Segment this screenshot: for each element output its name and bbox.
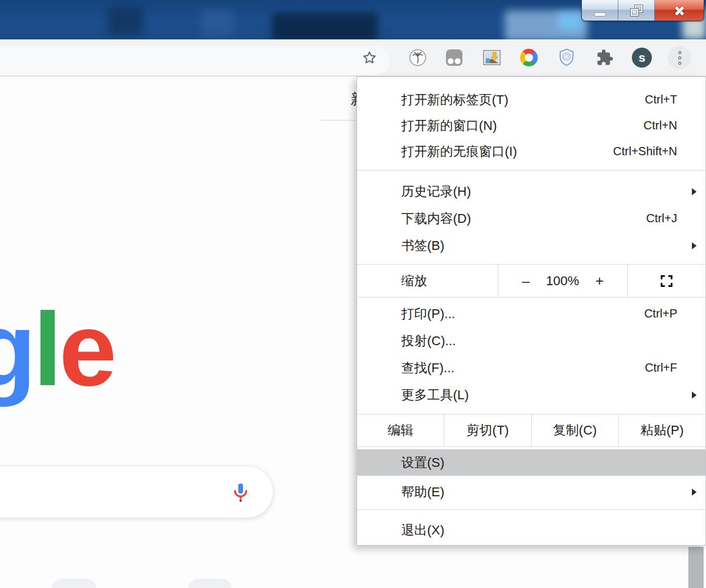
- menu-item-shortcut: Ctrl+Shift+N: [613, 145, 677, 158]
- logo-letter-g: g: [0, 292, 34, 407]
- menu-zoom-row: 缩放 – 100% +: [357, 265, 705, 297]
- menu-item-new-tab[interactable]: 打开新的标签页(T) Ctrl+T: [357, 86, 705, 113]
- bookmark-star-button[interactable]: [362, 50, 378, 66]
- menu-separator: [357, 446, 705, 447]
- menu-item-label: 书签(B): [401, 237, 677, 255]
- menu-item-label: 打开新的无痕窗口(I): [401, 143, 613, 161]
- menu-item-cast[interactable]: 投射(C)...: [357, 328, 705, 354]
- extension-color-ring-button[interactable]: [520, 49, 538, 66]
- page-text-fragment: 新: [351, 89, 357, 107]
- image-download-icon: [483, 50, 501, 65]
- menu-item-history[interactable]: 历史记录(H): [357, 178, 705, 205]
- logo-letter-e: e: [59, 292, 114, 407]
- close-button[interactable]: [655, 0, 704, 21]
- cut-button[interactable]: 剪切(T): [444, 415, 531, 446]
- extension-monkey-button[interactable]: [446, 49, 462, 66]
- menu-item-label: 打开新的窗口(N): [401, 117, 644, 135]
- menu-item-print[interactable]: 打印(P)... Ctrl+P: [357, 300, 705, 327]
- restore-button[interactable]: [618, 0, 655, 21]
- menu-item-label: 帮助(E): [401, 483, 677, 501]
- menu-item-label: 设置(S): [401, 454, 677, 472]
- menu-item-shortcut: Ctrl+N: [644, 119, 677, 132]
- menu-item-bookmarks[interactable]: 书签(B): [357, 232, 705, 259]
- page-scrollbar-track: [704, 547, 706, 588]
- menu-item-help[interactable]: 帮助(E): [357, 479, 705, 505]
- menu-separator: [357, 297, 705, 298]
- paste-button[interactable]: 粘贴(P): [618, 415, 705, 446]
- submenu-arrow-icon: [692, 489, 697, 496]
- fullscreen-icon: [661, 275, 672, 287]
- minimize-icon: [595, 13, 605, 16]
- monkey-icon: [446, 49, 462, 66]
- chrome-menu: 打开新的标签页(T) Ctrl+T 打开新的窗口(N) Ctrl+N 打开新的无…: [357, 76, 706, 546]
- menu-item-shortcut: Ctrl+T: [645, 93, 677, 106]
- close-icon: [674, 5, 685, 16]
- palm-badge-icon: [408, 48, 427, 67]
- edit-label: 编辑: [357, 415, 444, 446]
- color-ring-icon: [520, 49, 538, 66]
- zoom-level: 100%: [546, 273, 579, 289]
- google-search-button-partial[interactable]: [52, 579, 96, 588]
- menu-item-more-tools[interactable]: 更多工具(L): [357, 382, 705, 408]
- menu-item-new-window[interactable]: 打开新的窗口(N) Ctrl+N: [357, 112, 705, 139]
- avatar: s: [632, 48, 652, 68]
- profile-avatar-button[interactable]: s: [632, 48, 652, 68]
- voice-search-button[interactable]: [230, 481, 251, 507]
- menu-item-shortcut: Ctrl+J: [646, 212, 677, 225]
- extensions-menu-button[interactable]: [596, 49, 614, 66]
- submenu-arrow-icon: [692, 392, 697, 399]
- browser-toolbar: s: [0, 39, 706, 76]
- kebab-menu-icon: [668, 46, 691, 69]
- menu-separator: [357, 509, 705, 510]
- menu-item-label: 打开新的标签页(T): [401, 91, 645, 109]
- feeling-lucky-button-partial[interactable]: [188, 579, 232, 588]
- microphone-icon: [230, 481, 251, 505]
- menu-item-downloads[interactable]: 下载内容(D) Ctrl+J: [357, 205, 705, 232]
- wallpaper-blur: [201, 9, 234, 36]
- zoom-label: 缩放: [357, 265, 498, 297]
- extension-palm-button[interactable]: [408, 48, 427, 67]
- submenu-arrow-icon: [692, 188, 697, 195]
- page-divider-fragment: [321, 120, 357, 121]
- page-scrollbar-thumb[interactable]: [688, 547, 704, 588]
- menu-item-label: 查找(F)...: [401, 359, 645, 377]
- menu-item-label: 退出(X): [401, 522, 677, 539]
- menu-item-label: 打印(P)...: [401, 305, 644, 323]
- browser-menu-button[interactable]: [668, 46, 691, 69]
- menu-item-exit[interactable]: 退出(X): [357, 517, 705, 543]
- menu-item-find[interactable]: 查找(F)... Ctrl+F: [357, 355, 705, 381]
- restore-icon: [631, 5, 642, 16]
- wallpaper-blur: [272, 13, 378, 39]
- menu-item-shortcut: Ctrl+P: [644, 307, 677, 320]
- extension-image-downloader-button[interactable]: [483, 50, 501, 65]
- window-controls: [581, 0, 704, 21]
- menu-item-label: 投射(C)...: [401, 332, 677, 350]
- zoom-in-button[interactable]: +: [595, 273, 604, 289]
- zoom-out-button[interactable]: –: [522, 273, 530, 289]
- wallpaper-blur: [558, 13, 582, 31]
- logo-letter-l: l: [34, 292, 59, 407]
- address-bar[interactable]: [0, 46, 389, 75]
- google-logo-partial: gle: [0, 298, 114, 401]
- extension-shield-button[interactable]: [558, 48, 575, 67]
- menu-separator: [357, 170, 705, 171]
- shield-icon: [558, 48, 575, 67]
- fullscreen-button[interactable]: [628, 265, 705, 297]
- menu-item-label: 更多工具(L): [401, 386, 677, 404]
- minimize-button[interactable]: [582, 0, 618, 21]
- menu-item-label: 下载内容(D): [401, 210, 646, 228]
- menu-item-new-incognito[interactable]: 打开新的无痕窗口(I) Ctrl+Shift+N: [357, 138, 705, 165]
- wallpaper-blur: [108, 7, 143, 35]
- menu-item-shortcut: Ctrl+F: [645, 361, 677, 375]
- zoom-controls: – 100% +: [498, 265, 628, 297]
- copy-button[interactable]: 复制(C): [531, 415, 618, 446]
- menu-edit-row: 编辑 剪切(T) 复制(C) 粘贴(P): [357, 415, 705, 446]
- menu-item-settings[interactable]: 设置(S): [357, 449, 705, 476]
- star-icon: [362, 50, 378, 66]
- menu-item-label: 历史记录(H): [401, 183, 677, 201]
- puzzle-icon: [596, 49, 614, 66]
- submenu-arrow-icon: [692, 242, 697, 249]
- browser-window: s 新 gle 打开新的标签页(T) Ctrl+T 打开新的窗口(N) C: [0, 0, 706, 588]
